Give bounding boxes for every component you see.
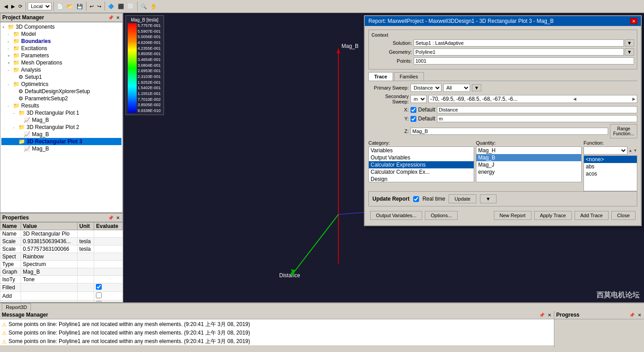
msg-close-btn[interactable]: ✕ [547,313,552,318]
x-value-input[interactable] [437,106,637,113]
add-trace-btn[interactable]: Add Trace [575,211,609,220]
function-item-abs[interactable]: abs [584,163,637,170]
toolbar-sep-1 [26,2,26,11]
tree-item-default-design-xplorer[interactable]: ⚙ DefaultDesignXplorerSetup [1,88,121,95]
primary-sweep-range-btn[interactable]: ▼ [472,84,481,91]
toolbar-btn-redo[interactable]: ↪ [96,3,103,10]
tree-item-mag-b-2[interactable]: 📈 Mag_B [1,131,121,138]
toolbar-btn-pan[interactable]: ✋ [149,3,158,10]
function-listbox[interactable]: <none>absacos [583,155,637,191]
quantity-item-energy[interactable]: energy [476,168,581,176]
secondary-sweep-values: -70, -69.5, -69, -68.5, -68, -67.5, -6..… [428,95,637,103]
geometry-dropdown-btn[interactable]: ▼ [625,48,634,56]
primary-sweep-all-select[interactable]: All [443,84,470,92]
dialog-close-button[interactable]: ✕ [630,18,637,24]
func-scroll-down[interactable]: ▼ [633,148,637,153]
tree-item-plot2[interactable]: -📁 3D Rectangular Plot 2 [1,124,121,131]
props-row: Add [0,292,123,300]
tree-item-mesh-ops[interactable]: +📁 Mesh Operations [1,59,121,66]
list-section: Category: VariablesOutput VariablesCalcu… [368,140,637,191]
progress-close-btn[interactable]: ✕ [637,313,642,318]
range-function-btn[interactable]: Range Function... [610,124,637,138]
x-default-checkbox[interactable] [411,107,416,113]
context-label: Context [372,33,634,38]
primary-sweep-select[interactable]: Distance [411,84,441,92]
category-listbox[interactable]: VariablesOutput VariablesCalculator Expr… [368,146,474,182]
props-pin-btn[interactable]: 📌 [107,215,114,221]
toolbar-btn-view2[interactable]: ⬛ [117,3,125,10]
tree-item-parameters[interactable]: +📁 Parameters [1,52,121,59]
function-select[interactable] [583,146,627,155]
new-report-btn[interactable]: New Report [494,211,532,220]
quantity-item-mag-h[interactable]: Mag_H [476,147,581,154]
toolbar-btn-undo[interactable]: ↩ [88,3,95,10]
quantity-item-mag-b[interactable]: Mag_B [476,154,581,161]
quantity-label: Quantity: [476,140,582,146]
solution-input[interactable] [414,39,624,47]
category-item-calculator-complex[interactable]: Calculator Complex Ex... [369,168,474,176]
toolbar-btn-3[interactable]: ⟳ [17,3,24,10]
realtime-checkbox[interactable] [413,196,419,202]
secondary-sweep-select[interactable]: m [411,95,427,103]
solution-dropdown-btn[interactable]: ▼ [625,39,634,47]
func-scroll-up[interactable]: ▲ [628,148,632,153]
function-item-acos[interactable]: acos [584,170,637,177]
apply-trace-btn[interactable]: Apply Trace [534,211,572,220]
y-default-checkbox[interactable] [411,116,416,122]
y-value-input[interactable] [437,115,637,122]
toolbar-btn-1[interactable]: ◀ [3,3,9,10]
primary-sweep-label: Primary Sweep: [368,85,409,90]
tree-item-parametric-setup2[interactable]: ⚙ ParametricSetup2 [1,95,121,102]
tree-item-excitations[interactable]: -📁 Excitations [1,45,121,52]
bottom-tab-report3d[interactable]: Report3D [2,303,31,311]
tree-item-mag-b-1[interactable]: 📈 Mag_B [1,116,121,124]
quantity-item-mag-j[interactable]: Mag_J [476,161,581,168]
close-btn[interactable]: Close [611,211,635,220]
z-value-input[interactable] [411,128,608,135]
tab-families[interactable]: Families [394,72,424,81]
toolbar-btn-open[interactable]: 📂 [65,3,74,10]
project-tree[interactable]: +📁 3D Components-📁 Model-📁 Boundaries-📁 … [0,22,123,213]
tab-trace[interactable]: Trace [368,72,393,81]
toolbar-btn-new[interactable]: 📄 [56,3,65,10]
options-btn[interactable]: Options... [425,211,458,220]
sweep-scroll-left[interactable]: ◀ [573,97,576,101]
tree-item-3d-components[interactable]: +📁 3D Components [1,23,121,30]
tree-item-model[interactable]: -📁 Model [1,30,121,38]
tree-item-setup1[interactable]: ⚙ Setup1 [1,73,121,81]
tree-item-analysis[interactable]: -📁 Analysis [1,66,121,73]
points-input[interactable] [414,57,634,64]
dialog-titlebar: Report: MaxwellProject - Maxwell3DDesign… [365,16,641,26]
toolbar-btn-view1[interactable]: 🔷 [107,3,116,10]
tree-item-plot1[interactable]: -📁 3D Rectangular Plot 1 [1,109,121,116]
toolbar-btn-zoom[interactable]: 🔍 [139,3,148,10]
update-dropdown-btn[interactable]: ▼ [480,194,497,203]
toolbar-btn-2[interactable]: ▶ [10,3,16,10]
quantity-listbox[interactable]: Mag_HMag_BMag_Jenergy [476,146,582,182]
category-item-output-variables[interactable]: Output Variables [369,154,474,161]
toolbar-btn-save[interactable]: 💾 [75,3,84,10]
msg-pin-btn[interactable]: 📌 [538,313,545,318]
bottom-tabs-row: Report3D [0,303,644,311]
props-close-btn[interactable]: ✕ [115,215,121,221]
update-btn[interactable]: Update [449,194,476,203]
geometry-input[interactable] [414,48,624,56]
report-dialog: Report: MaxwellProject - Maxwell3DDesign… [364,15,642,226]
panel-header-btns: 📌 ✕ [107,15,121,20]
function-item-none[interactable]: <none> [584,156,637,163]
category-item-design[interactable]: Design [369,176,474,182]
tree-item-mag-b-3[interactable]: 📈 Mag_B [1,145,121,152]
toolbar-btn-view3[interactable]: ⬜ [126,3,135,10]
progress-pin-btn[interactable]: 📌 [628,313,635,318]
output-variables-btn[interactable]: Output Variables... [370,211,422,220]
panel-pin-btn[interactable]: 📌 [107,15,114,20]
tree-item-optimetrics[interactable]: -📁 Optimetrics [1,81,121,88]
coordinate-system-dropdown[interactable]: Local [28,2,52,10]
category-item-variables[interactable]: Variables [369,147,474,154]
tree-item-plot3[interactable]: -📁 3D Rectangular Plot 3 [1,138,121,145]
panel-close-btn[interactable]: ✕ [115,15,121,20]
category-item-calculator-expressions[interactable]: Calculator Expressions [369,161,474,168]
tree-item-boundaries[interactable]: -📁 Boundaries [1,38,121,45]
sweep-scroll-right[interactable]: ▶ [632,97,635,101]
tree-item-results[interactable]: -📁 Results [1,102,121,109]
